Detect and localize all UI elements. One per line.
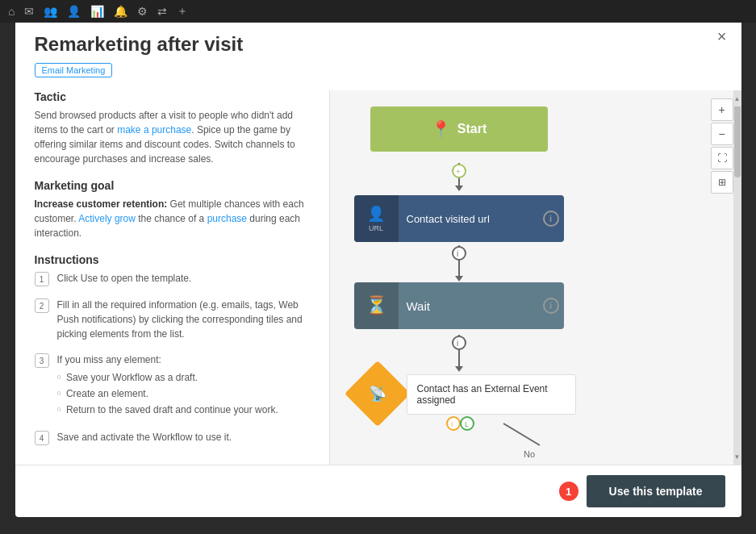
step-num-2: 2 <box>35 298 49 313</box>
instructions-list: 1 Click Use to open the template. 2 Fill… <box>35 271 310 445</box>
top-navigation-bar: ⌂ ✉ 👥 👤 📊 🔔 ⚙ ⇄ ＋ <box>0 0 756 23</box>
modal-body: Tactic Send browsed products after a vis… <box>15 90 741 465</box>
start-icon: 📍 <box>431 119 451 139</box>
marketing-goal-heading: Marketing goal <box>35 179 310 192</box>
sub-step-3: Return to the saved draft and continue y… <box>57 403 278 417</box>
svg-point-2 <box>453 165 466 177</box>
svg-point-12 <box>447 417 460 430</box>
wait-info-btn[interactable]: i <box>543 298 559 314</box>
workflow-canvas-panel: + − ⛶ ⊞ + <box>330 90 741 465</box>
start-node[interactable]: 📍 Start <box>370 106 548 152</box>
vertical-scrollbar[interactable] <box>733 90 741 465</box>
wait-icon: ⏳ <box>365 295 387 316</box>
email-marketing-badge: Email Marketing <box>35 63 113 77</box>
svg-text:L: L <box>465 420 469 428</box>
step-4: 4 Save and activate the Workflow to use … <box>35 430 310 445</box>
svg-text:No: No <box>524 449 535 459</box>
remarketing-modal: Remarketing after visit Email Marketing … <box>15 17 741 517</box>
step-num-3: 3 <box>35 353 49 368</box>
external-event-label-box[interactable]: Contact has an External Event assigned <box>407 374 576 415</box>
step-3-sublist: Save your Workflow as a draft. Create an… <box>57 370 278 417</box>
step-2: 2 Fill in all the required information (… <box>35 298 310 341</box>
svg-text:i: i <box>457 339 458 348</box>
visited-url-label: Contact visited url <box>399 213 543 225</box>
sub-step-2: Create an element. <box>57 386 278 401</box>
modal-footer: 1 Use this template <box>15 465 741 517</box>
tactic-heading: Tactic <box>35 90 310 103</box>
sub-step-1-text: Save your Workflow as a draft. <box>66 370 198 385</box>
wait-label: Wait <box>399 299 543 313</box>
person-icon: 👤 <box>367 205 385 223</box>
workflow-link[interactable]: Workflow <box>152 432 192 443</box>
step-num-4: 4 <box>35 431 49 445</box>
make-purchase-link[interactable]: make a purchase <box>117 124 191 136</box>
scrollbar-thumb <box>734 97 741 177</box>
svg-line-16 <box>503 423 540 445</box>
visited-url-info-btn[interactable]: i <box>543 211 559 227</box>
purchase-link[interactable]: purchase <box>207 213 247 224</box>
step-3-text: If you miss any element: <box>57 354 161 365</box>
chart-icon[interactable]: 📊 <box>90 5 104 18</box>
svg-marker-9 <box>455 366 463 372</box>
zoom-in-button[interactable]: + <box>711 98 733 121</box>
bell-icon[interactable]: 🔔 <box>114 5 127 18</box>
external-event-icon: 📡 <box>369 385 386 403</box>
sub-step-3-text: Return to the saved draft and continue y… <box>66 403 278 417</box>
visited-url-icon-box: 👤 URL <box>354 195 399 242</box>
marketing-goal-text: Increase customer retention: Get multipl… <box>35 197 310 240</box>
step-4-text: Save and activate the Workflow to use it… <box>57 430 232 444</box>
svg-text:+: + <box>456 167 461 176</box>
canvas-controls: + − ⛶ ⊞ <box>711 98 733 194</box>
svg-marker-5 <box>455 276 463 282</box>
settings-icon[interactable]: ⚙ <box>137 5 148 18</box>
marketing-goal-bold: Increase customer retention: <box>35 198 168 210</box>
mail-icon[interactable]: ✉ <box>24 5 34 18</box>
svg-point-6 <box>453 247 466 260</box>
continue-link[interactable]: continue <box>194 404 231 415</box>
modal-overlay: Remarketing after visit Email Marketing … <box>0 0 756 534</box>
step-3: 3 If you miss any element: Save your Wor… <box>35 353 310 419</box>
modal-header: Remarketing after visit Email Marketing … <box>15 17 741 90</box>
wait-node[interactable]: ⏳ Wait i <box>354 282 564 329</box>
modal-title: Remarketing after visit <box>35 33 722 56</box>
svg-point-14 <box>461 417 474 430</box>
flow-icon[interactable]: ⇄ <box>157 5 167 18</box>
template-count-badge: 1 <box>559 482 578 501</box>
wait-icon-box: ⏳ <box>354 282 399 329</box>
step-1: 1 Click Use to open the template. <box>35 271 310 286</box>
home-icon[interactable]: ⌂ <box>8 5 15 18</box>
workflow-canvas: + i i <box>330 90 741 465</box>
step-2-text: Fill in all the required information (e.… <box>57 298 310 341</box>
step-num-1: 1 <box>35 272 49 286</box>
svg-text:i: i <box>457 249 458 258</box>
step-3-content: If you miss any element: Save your Workf… <box>57 353 278 419</box>
left-description-panel: Tactic Send browsed products after a vis… <box>15 90 330 465</box>
scroll-down-arrow[interactable]: ▼ <box>733 448 741 465</box>
tactic-text: Send browsed products after a visit to p… <box>35 108 310 166</box>
svg-text:i: i <box>451 420 453 428</box>
svg-point-10 <box>453 336 466 349</box>
sub-step-2-text: Create an element. <box>66 386 148 401</box>
external-event-diamond: 📡 <box>354 370 401 417</box>
diamond-shape: 📡 <box>344 361 410 427</box>
close-button[interactable]: × <box>717 28 727 44</box>
instructions-heading: Instructions <box>35 253 310 266</box>
contacts-icon[interactable]: 👥 <box>44 5 57 18</box>
external-event-label: Contact has an External Event assigned <box>417 383 551 406</box>
fullscreen-button[interactable]: ⛶ <box>711 147 733 169</box>
svg-marker-1 <box>455 186 463 191</box>
zoom-out-button[interactable]: − <box>711 123 733 145</box>
visited-url-node[interactable]: 👤 URL Contact visited url i <box>354 195 564 242</box>
actively-grow-link[interactable]: Actively grow <box>78 213 136 224</box>
use-template-button[interactable]: Use this template <box>587 475 725 507</box>
start-label: Start <box>457 122 487 136</box>
url-label-text: URL <box>369 224 383 232</box>
step-1-text: Click Use to open the template. <box>57 271 192 286</box>
grid-button[interactable]: ⊞ <box>711 171 733 194</box>
sub-step-1: Save your Workflow as a draft. <box>57 370 278 385</box>
scroll-up-arrow[interactable]: ▲ <box>733 90 741 106</box>
plus-icon[interactable]: ＋ <box>177 4 188 19</box>
person-icon[interactable]: 👤 <box>67 5 81 18</box>
